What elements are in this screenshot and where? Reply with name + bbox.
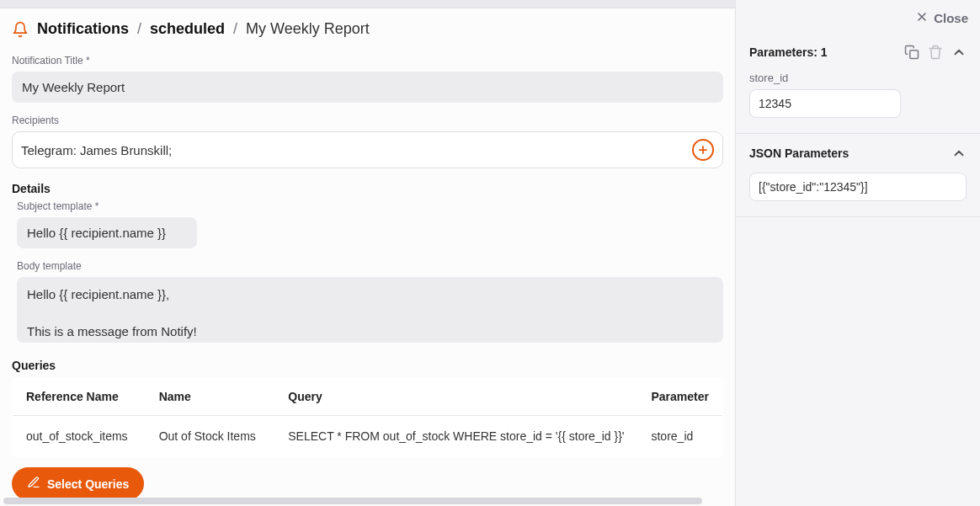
json-parameters-heading: JSON Parameters bbox=[749, 146, 849, 160]
select-queries-label: Select Queries bbox=[47, 477, 129, 491]
queries-heading: Queries bbox=[12, 359, 723, 372]
col-reference-name[interactable]: Reference Name bbox=[13, 378, 146, 416]
svg-rect-0 bbox=[910, 51, 919, 59]
subject-template-input[interactable] bbox=[17, 217, 197, 248]
details-heading: Details bbox=[12, 182, 723, 195]
cell-reference-name: out_of_stock_items bbox=[13, 416, 146, 457]
cell-parameter: store_id bbox=[637, 416, 722, 457]
table-row[interactable]: out_of_stock_items Out of Stock Items SE… bbox=[13, 416, 723, 457]
cell-query: SELECT * FROM out_of_stock WHERE store_i… bbox=[274, 416, 637, 457]
subject-label: Subject template * bbox=[17, 200, 723, 212]
close-button[interactable]: Close bbox=[915, 10, 968, 26]
add-recipient-button[interactable] bbox=[692, 139, 714, 161]
json-parameters-input[interactable] bbox=[749, 173, 967, 201]
body-label: Body template bbox=[17, 260, 723, 272]
param-name-label: store_id bbox=[749, 72, 967, 84]
table-header-row: Reference Name Name Query Parameter bbox=[13, 378, 723, 416]
parameters-section: Parameters: 1 store_id bbox=[736, 33, 980, 134]
breadcrumb-section[interactable]: scheduled bbox=[150, 20, 225, 38]
horizontal-scrollbar[interactable] bbox=[3, 498, 702, 504]
chevron-up-icon[interactable] bbox=[951, 45, 967, 60]
title-label: Notification Title * bbox=[12, 55, 723, 67]
edit-icon bbox=[27, 476, 40, 492]
breadcrumb-root[interactable]: Notifications bbox=[37, 20, 129, 38]
col-name[interactable]: Name bbox=[146, 378, 275, 416]
breadcrumb-current: My Weekly Report bbox=[246, 20, 370, 38]
select-queries-button[interactable]: Select Queries bbox=[12, 467, 144, 500]
cell-name: Out of Stock Items bbox=[146, 416, 275, 457]
close-label: Close bbox=[934, 11, 968, 25]
body-template-input[interactable] bbox=[17, 277, 723, 343]
chevron-up-icon[interactable] bbox=[951, 146, 967, 161]
parameters-heading: Parameters: 1 bbox=[749, 45, 828, 59]
bell-icon bbox=[12, 21, 29, 38]
json-parameters-section: JSON Parameters bbox=[736, 134, 980, 217]
recipients-input[interactable]: Telegram: James Brunskill; bbox=[12, 131, 723, 168]
col-parameter[interactable]: Parameter bbox=[637, 378, 722, 416]
breadcrumb-sep: / bbox=[137, 20, 141, 38]
breadcrumb-sep: / bbox=[233, 20, 237, 38]
window-chrome bbox=[0, 0, 735, 8]
notification-title-input[interactable] bbox=[12, 72, 723, 103]
param-value-input[interactable] bbox=[749, 89, 901, 118]
trash-icon[interactable] bbox=[928, 45, 943, 60]
close-icon bbox=[915, 10, 929, 26]
recipient-chip: Telegram: James Brunskill; bbox=[21, 143, 692, 157]
copy-icon[interactable] bbox=[904, 45, 919, 60]
col-query[interactable]: Query bbox=[274, 378, 637, 416]
queries-table: Reference Name Name Query Parameter out_… bbox=[12, 377, 723, 457]
breadcrumb: Notifications / scheduled / My Weekly Re… bbox=[0, 8, 735, 51]
recipients-label: Recipients bbox=[12, 115, 723, 126]
